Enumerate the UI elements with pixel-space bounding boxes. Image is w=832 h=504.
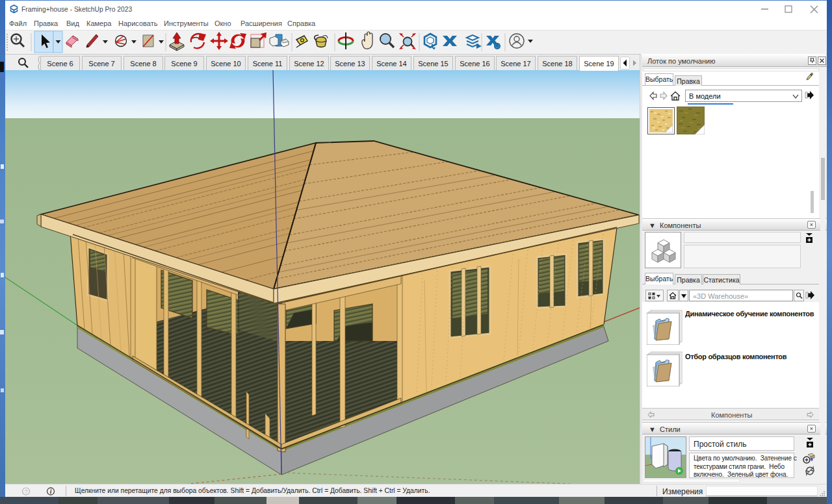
svg-text:i: i xyxy=(50,488,52,495)
svg-text:?: ? xyxy=(24,488,27,495)
